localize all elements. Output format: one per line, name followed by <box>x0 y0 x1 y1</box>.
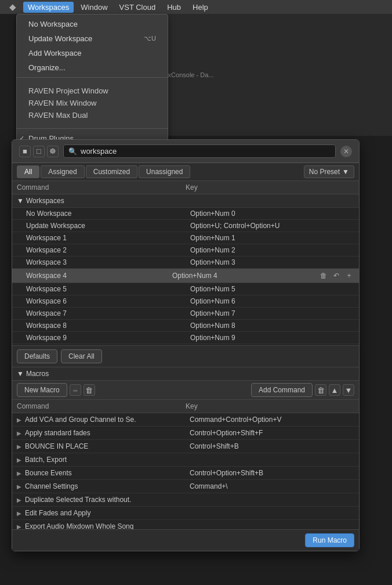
macro-command: Add VCA and Group Channel to Se. <box>25 416 190 424</box>
copy-macro-icon[interactable]: ⎓ <box>70 384 81 396</box>
delete-macro-icon[interactable]: 🗑 <box>84 384 95 396</box>
raven-mix-window[interactable]: RAVEN Mix Window <box>28 97 156 109</box>
tab-unassigned[interactable]: Unassigned <box>139 165 190 178</box>
key-commands-dialog: ■ □ ☸ 🔍 ✕ All Assigned Customized Unassi… <box>12 139 360 551</box>
row-command: Workspace 9 <box>26 334 190 342</box>
delete-command-icon[interactable]: 🗑 <box>315 384 326 396</box>
raven-items-group: RAVEN Project Window RAVEN Mix Window RA… <box>17 80 168 126</box>
macro-command: Duplicate Selected Tracks without. <box>25 496 190 504</box>
row-actions: 🗑 ↶ + <box>318 270 354 281</box>
macro-row[interactable]: ▶ Batch, Export <box>12 453 359 467</box>
row-command: Workspace 6 <box>26 297 190 305</box>
table-row[interactable]: Workspace 1 Option+Num 1 <box>12 232 359 244</box>
macro-command: Edit Fades and Apply <box>25 509 190 517</box>
row-key: Option+Num 0 <box>190 210 354 218</box>
menu-item-hub[interactable]: Hub <box>162 2 186 13</box>
search-icon: 🔍 <box>68 147 77 156</box>
table-row[interactable]: Workspace 6 Option+Num 6 <box>12 295 359 308</box>
macro-row[interactable]: ▶ Apply standard fades Control+Option+Sh… <box>12 427 359 440</box>
search-input[interactable] <box>81 147 331 156</box>
expand-icon: ▶ <box>17 443 21 450</box>
row-key: Option+Num 3 <box>190 258 354 266</box>
table-row[interactable]: Workspace 9 Option+Num 9 <box>12 332 359 344</box>
table-row[interactable]: Workspace 7 Option+Num 7 <box>12 308 359 320</box>
menu-item-help[interactable]: Help <box>188 2 213 13</box>
tab-assigned[interactable]: Assigned <box>41 165 84 178</box>
macros-table-body[interactable]: ▶ Add VCA and Group Channel to Se. Comma… <box>12 413 359 529</box>
menu-item-app[interactable]: ◆ <box>5 1 21 13</box>
table-row[interactable]: Workspace 3 Option+Num 3 <box>12 257 359 269</box>
workspaces-dropdown: No Workspace Update Workspace ⌥U Add Wor… <box>16 14 168 149</box>
macro-row[interactable]: ▶ BOUNCE IN PLACE Control+Shift+B <box>12 440 359 453</box>
row-key: Option+Num 9 <box>190 334 354 342</box>
clear-all-button[interactable]: Clear All <box>61 349 102 363</box>
delete-row-icon[interactable]: 🗑 <box>318 270 329 281</box>
dialog-icon-2[interactable]: □ <box>33 146 45 157</box>
raven-max-dual[interactable]: RAVEN Max Dual <box>28 109 156 121</box>
add-row-icon[interactable]: + <box>344 270 354 281</box>
raven-project-window[interactable]: RAVEN Project Window <box>28 85 156 97</box>
preset-dropdown[interactable]: No Preset ▼ <box>304 165 354 178</box>
tab-all[interactable]: All <box>17 165 39 178</box>
section-header-workspaces: ▼ Workspaces <box>12 194 359 208</box>
macro-row[interactable]: ▶ Duplicate Selected Tracks without. <box>12 493 359 507</box>
menu-item-workspaces[interactable]: Workspaces <box>23 2 74 13</box>
macro-command: Export Audio Mixdown Whole Song <box>25 522 190 529</box>
table-row[interactable]: Workspace 2 Option+Num 2 <box>12 244 359 257</box>
menu-bar: ◆ Workspaces Window VST Cloud Hub Help <box>0 0 392 14</box>
dropdown-add-workspace[interactable]: Add Workspace <box>17 46 168 60</box>
dialog-icon-1[interactable]: ■ <box>19 146 31 157</box>
macro-row[interactable]: ▶ Channel Settings Command+\ <box>12 480 359 493</box>
table-row[interactable]: Workspace 8 Option+Num 8 <box>12 320 359 332</box>
expand-icon: ▶ <box>17 523 21 530</box>
table-row[interactable]: Workspace 5 Option+Num 5 <box>12 283 359 295</box>
macro-key: Command+Control+Option+V <box>190 416 354 424</box>
move-up-icon[interactable]: ▲ <box>329 384 340 396</box>
macro-row[interactable]: ▶ Edit Fades and Apply <box>12 507 359 520</box>
defaults-button[interactable]: Defaults <box>17 349 57 363</box>
macro-command: Batch, Export <box>25 456 190 464</box>
dialog-icon-3[interactable]: ☸ <box>47 146 59 157</box>
tab-customized[interactable]: Customized <box>86 165 137 178</box>
command-table-body[interactable]: ▼ Workspaces No Workspace Option+Num 0 U… <box>12 194 359 345</box>
expand-icon: ▶ <box>17 430 21 436</box>
row-key: Option+Num 2 <box>190 246 354 254</box>
row-command: No Workspace <box>26 210 190 218</box>
row-command: Workspace 3 <box>26 258 190 266</box>
add-command-button[interactable]: Add Command <box>251 383 313 397</box>
dialog-bottom-buttons: Defaults Clear All <box>12 345 359 367</box>
table-row[interactable]: Update Workspace Option+U; Control+Optio… <box>12 220 359 232</box>
reset-row-icon[interactable]: ↶ <box>331 270 342 281</box>
expand-icon: ▶ <box>17 497 21 503</box>
macro-row[interactable]: ▶ Add VCA and Group Channel to Se. Comma… <box>12 413 359 427</box>
dropdown-update-workspace[interactable]: Update Workspace ⌥U <box>17 31 168 46</box>
macros-section: ▼ Macros New Macro ⎓ 🗑 Add Command 🗑 ▲ ▼… <box>12 367 359 529</box>
run-macro-button[interactable]: Run Macro <box>305 533 354 547</box>
expand-icon: ▶ <box>17 457 21 463</box>
macro-row[interactable]: ▶ Export Audio Mixdown Whole Song <box>12 520 359 529</box>
search-bar: 🔍 <box>59 145 340 158</box>
macro-rows: ▶ Add VCA and Group Channel to Se. Comma… <box>12 413 359 529</box>
dropdown-no-workspace[interactable]: No Workspace <box>17 17 168 31</box>
dropdown-separator-1 <box>17 77 168 78</box>
dropdown-separator-2 <box>17 128 168 129</box>
menu-item-vstcloud[interactable]: VST Cloud <box>115 2 161 13</box>
macros-toolbar: New Macro ⎓ 🗑 Add Command 🗑 ▲ ▼ <box>12 381 359 400</box>
row-key: Option+Num 7 <box>190 309 354 317</box>
move-down-icon[interactable]: ▼ <box>343 384 354 396</box>
table-row[interactable]: No Workspace Option+Num 0 <box>12 208 359 220</box>
row-key: Option+U; Control+Option+U <box>190 222 354 230</box>
dialog-footer: Run Macro <box>12 529 359 551</box>
close-button[interactable]: ✕ <box>340 146 352 157</box>
table-row[interactable]: Workspace 4 Option+Num 4 🗑 ↶ + <box>12 269 359 283</box>
table-header: Command Key <box>12 181 359 194</box>
command-rows: No Workspace Option+Num 0 Update Workspa… <box>12 208 359 345</box>
new-macro-button[interactable]: New Macro <box>17 383 67 397</box>
macro-row[interactable]: ▶ Bounce Events Control+Option+Shift+B <box>12 467 359 480</box>
dropdown-organize[interactable]: Organize... <box>17 60 168 75</box>
expand-icon: ▶ <box>17 483 21 490</box>
row-key: Option+Num 8 <box>190 322 354 330</box>
menu-item-window[interactable]: Window <box>76 2 112 13</box>
row-command: Workspace 4 <box>26 272 172 280</box>
macro-command: BOUNCE IN PLACE <box>25 442 190 450</box>
